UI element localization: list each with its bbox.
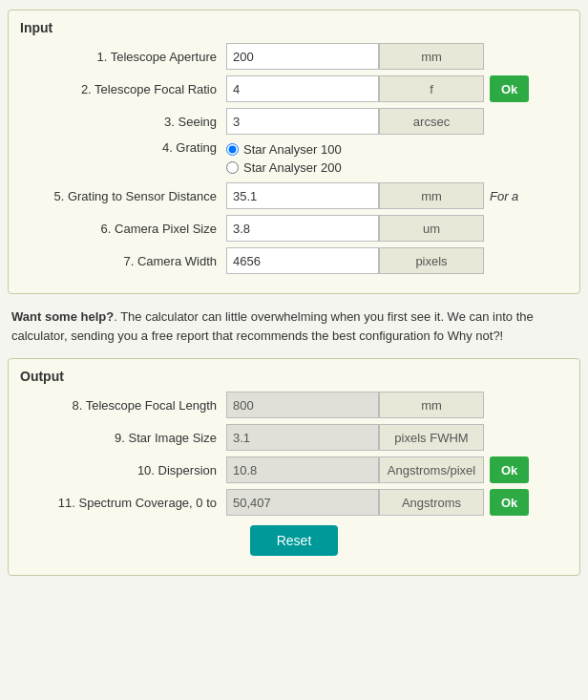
focal-ratio-input[interactable] xyxy=(226,75,379,102)
star-image-size-row: 9. Star Image Size pixels FWHM xyxy=(9,424,579,451)
distance-row: 5. Grating to Sensor Distance mm For a xyxy=(9,182,579,209)
dispersion-unit: Angstroms/pixel xyxy=(379,456,484,483)
spectrum-ok-button[interactable]: Ok xyxy=(490,489,529,516)
seeing-input[interactable] xyxy=(226,108,379,135)
star-image-size-input xyxy=(226,424,379,451)
seeing-label: 3. Seeing xyxy=(16,115,226,129)
input-title: Input xyxy=(20,20,579,35)
focal-length-input xyxy=(226,392,379,418)
aperture-unit: mm xyxy=(379,43,484,70)
focal-length-unit: mm xyxy=(379,392,484,418)
output-title: Output xyxy=(20,369,579,384)
camera-width-input[interactable] xyxy=(226,247,379,274)
focal-ratio-row: 2. Telescope Focal Ratio f Ok xyxy=(9,75,579,102)
pixel-size-label: 6. Camera Pixel Size xyxy=(16,222,226,236)
reset-button[interactable]: Reset xyxy=(250,525,339,556)
grating-row: 4. Grating Star Analyser 100 Star Analys… xyxy=(9,140,579,177)
focal-length-label: 8. Telescope Focal Length xyxy=(16,398,226,413)
fora-label: For a xyxy=(490,189,518,203)
camera-width-unit: pixels xyxy=(379,247,484,274)
dispersion-ok-button[interactable]: Ok xyxy=(490,456,529,483)
distance-label: 5. Grating to Sensor Distance xyxy=(16,189,226,203)
seeing-row: 3. Seeing arcsec xyxy=(9,108,579,135)
star-image-size-label: 9. Star Image Size xyxy=(16,431,226,445)
grating-option-1: Star Analyser 200 xyxy=(226,160,342,175)
input-section: Input 1. Telescope Aperture mm 2. Telesc… xyxy=(8,10,580,294)
spectrum-input xyxy=(226,489,379,516)
pixel-size-input[interactable] xyxy=(226,215,379,242)
distance-input[interactable] xyxy=(226,182,379,209)
distance-unit: mm xyxy=(379,182,484,209)
spectrum-row: 11. Spectrum Coverage, 0 to Angstroms Ok xyxy=(9,489,579,516)
focal-ratio-ok-button[interactable]: Ok xyxy=(490,75,529,102)
star-image-size-unit: pixels FWHM xyxy=(379,424,484,451)
output-section: Output 8. Telescope Focal Length mm 9. S… xyxy=(8,358,580,576)
help-section: Want some help?. The calculator can litt… xyxy=(8,304,580,349)
dispersion-label: 10. Dispersion xyxy=(16,463,226,477)
dispersion-row: 10. Dispersion Angstroms/pixel Ok xyxy=(9,456,579,483)
grating-option-0: Star Analyser 100 xyxy=(226,142,342,157)
grating-radio-1[interactable] xyxy=(226,161,239,174)
aperture-label: 1. Telescope Aperture xyxy=(16,50,226,64)
spectrum-unit: Angstroms xyxy=(379,489,484,516)
seeing-unit: arcsec xyxy=(379,108,484,135)
camera-width-row: 7. Camera Width pixels xyxy=(9,247,579,274)
aperture-input[interactable] xyxy=(226,43,379,70)
dispersion-input xyxy=(226,456,379,483)
focal-length-row: 8. Telescope Focal Length mm xyxy=(9,392,579,418)
focal-ratio-unit: f xyxy=(379,75,484,102)
pixel-size-row: 6. Camera Pixel Size um xyxy=(9,215,579,242)
grating-option-0-label[interactable]: Star Analyser 100 xyxy=(243,142,342,157)
help-bold-text: Want some help? xyxy=(11,309,114,324)
focal-ratio-label: 2. Telescope Focal Ratio xyxy=(16,82,226,96)
grating-option-1-label[interactable]: Star Analyser 200 xyxy=(243,160,342,175)
grating-radio-0[interactable] xyxy=(226,143,239,156)
spectrum-label: 11. Spectrum Coverage, 0 to xyxy=(16,496,226,510)
pixel-size-unit: um xyxy=(379,215,484,242)
grating-label: 4. Grating xyxy=(16,140,226,155)
grating-radio-group: Star Analyser 100 Star Analyser 200 xyxy=(226,140,342,177)
aperture-row: 1. Telescope Aperture mm xyxy=(9,43,579,70)
camera-width-label: 7. Camera Width xyxy=(16,254,226,268)
